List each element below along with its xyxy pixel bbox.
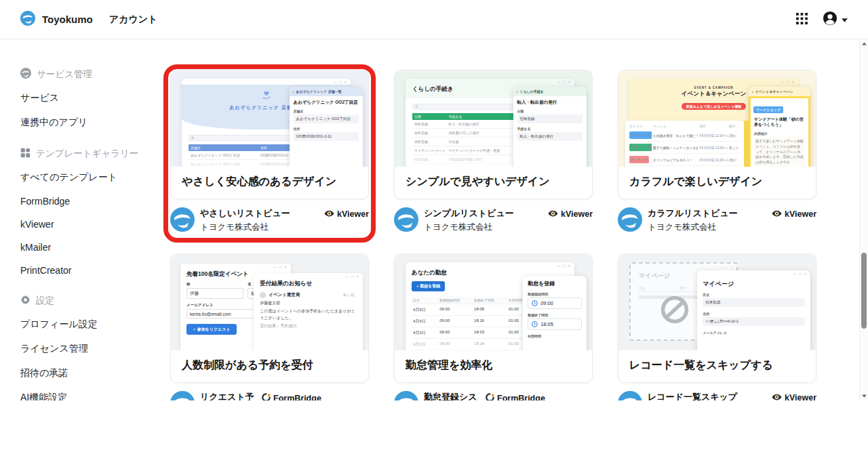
brand-name: Toyokumo [42, 14, 93, 25]
toyokumo-cloud-icon [20, 68, 31, 81]
template-card[interactable]: ─ □ × くらしの手続き 分類 手続き名 受付場所 [394, 70, 593, 199]
mock-detail-panel: 勤怠を登録 勤務開始時間 09:00 勤務終了時間 18:05 休憩時間 [523, 276, 587, 350]
table-header-row: カテゴリ タイトル 日時 場所 [628, 123, 741, 129]
toyokumo-logo-icon [394, 207, 418, 234]
template-unit-skip: ─ □ × マイページ 氏名 住所 ─ □ × [618, 253, 816, 400]
field-label: 住所 [703, 312, 805, 316]
field-label: 姓 [186, 282, 243, 287]
vertical-scrollbar[interactable] [859, 39, 868, 400]
template-thumbnail: ─ □ × あおぞらクリニック 店舗一覧 店舗名 [171, 70, 368, 167]
detail-header: ‹ あおぞらクリニック 店舗一覧 [290, 87, 363, 96]
sidebar-group-label: 設定 [36, 295, 54, 307]
window-controls-icon: ─ □ × [274, 265, 288, 269]
product-badge-kviewer: kViewer [548, 209, 593, 219]
template-card[interactable]: ─ □ × あなたの勤怠 + 勤怠を登録 日付 勤務開始時間 勤務終了時間 休憩… [394, 253, 593, 383]
product-badge-formbridge: FormBridge [262, 393, 321, 400]
field-value: あおぞらクリニック OO2丁目店 [294, 115, 359, 123]
template-thumbnail: ─ □ × 先着100名限定イベント 姓 伊藤 名 健太 [171, 254, 368, 350]
gear-icon [20, 295, 31, 307]
scrollbar-thumb[interactable] [861, 253, 867, 329]
product-badges: kViewer [772, 391, 816, 400]
reply-icon [343, 293, 349, 297]
field-label: 店舗名 [294, 109, 359, 113]
apps-grid-icon [796, 13, 808, 26]
template-unit-colorful: ─ □ × EVENT & CAMPAIGN イベント＆キャンペーン 家族みんな… [618, 70, 816, 234]
account-menu-button[interactable] [823, 11, 848, 28]
table-row: ワークショップ お絵描き教室「みんなで描こう！」 XX月XX日 11:00〜12… [628, 129, 741, 142]
kviewer-eye-icon [772, 209, 782, 219]
sidebar-item-license-management[interactable]: ライセンス管理 [20, 343, 163, 355]
sidebar-item-ai-settings[interactable]: AI機能設定 [20, 392, 163, 400]
clock-icon [532, 321, 538, 327]
field-label: メールアドレス [703, 331, 805, 335]
apps-grid-button[interactable] [796, 13, 808, 26]
back-icon: ‹ [293, 89, 294, 94]
template-gallery-icon [20, 148, 31, 160]
mock-table: カテゴリ タイトル 日時 場所 ワークショップ お絵描き教室「みんなで描こう！」… [625, 121, 744, 167]
template-card[interactable]: ─ □ × あおぞらクリニック 店舗一覧 店舗名 [170, 70, 369, 199]
field-label: 分類 [517, 109, 583, 113]
product-badges: FormBridge kViewer [486, 391, 593, 400]
template-name: カラフルリストビュー [648, 208, 766, 220]
field-label: 勤務開始時間 [528, 292, 582, 296]
time-field: 18:05 [528, 318, 582, 330]
template-title: レコード一覧をスキップする [618, 350, 816, 382]
category-tag: ワークショップ [753, 106, 783, 113]
kviewer-eye-icon [548, 209, 558, 219]
field-label: 手続き名 [517, 127, 583, 131]
template-unit-simple: ─ □ × くらしの手続き 分類 手続き名 受付場所 [394, 70, 593, 234]
sidebar-item-printcreator[interactable]: PrintCreator [20, 265, 163, 276]
detail-header: ‹ くらしの手続き [513, 87, 587, 96]
product-badges: kViewer [548, 207, 593, 219]
section-label: 内容紹介 [754, 131, 805, 136]
sidebar-item-all-templates[interactable]: すべてのテンプレート [20, 171, 163, 184]
sidebar-item-services[interactable]: サービス [20, 92, 163, 104]
sidebar-group-header: 設定 [20, 295, 163, 307]
template-thumbnail: ─ □ × あなたの勤怠 + 勤怠を登録 日付 勤務開始時間 勤務終了時間 休憩… [395, 254, 592, 350]
sidebar-item-kmailer[interactable]: kMailer [20, 242, 163, 253]
sidebar-item-kviewer[interactable]: kViewer [20, 219, 163, 230]
window-controls-icon: ─ □ × [346, 274, 359, 278]
template-card[interactable]: ─ □ × EVENT & CAMPAIGN イベント＆キャンペーン 家族みんな… [618, 70, 816, 199]
template-card[interactable]: ─ □ × マイページ 氏名 住所 ─ □ × [618, 253, 816, 383]
mock-detail-panel: ‹ くらしの手続き 転入・転出届の発行 分類 住民登録 手続き名 転入・転出届の… [513, 87, 587, 167]
detail-title: 転入・転出届の発行 [517, 100, 583, 106]
topbar: Toyokumo アカウント [0, 0, 868, 39]
product-badge-kviewer: kViewer [324, 209, 369, 219]
prohibition-icon [660, 295, 690, 327]
scroll-up-arrow[interactable] [860, 39, 868, 48]
template-card[interactable]: ─ □ × 先着100名限定イベント 姓 伊藤 名 健太 [170, 253, 369, 383]
sidebar-item-profile-settings[interactable]: プロフィール設定 [20, 318, 163, 331]
sender-avatar [260, 292, 266, 298]
product-badges: kViewer [772, 207, 816, 219]
template-unit-reservation: ─ □ × 先着100名限定イベント 姓 伊藤 名 健太 [170, 253, 369, 400]
product-badges: kViewer [324, 207, 369, 219]
toyokumo-logo-icon [618, 207, 642, 234]
sidebar-item-formbridge[interactable]: FormBridge [20, 196, 163, 207]
toyokumo-logo-icon [170, 391, 195, 400]
mock-detail-panel: ‹ イベント＆キャンペーン ワークショップ サンドアート体験「砂の世界をつくろう… [749, 87, 810, 167]
field-value: 転入・転出届の発行 [517, 132, 583, 141]
template-grid: ─ □ × あおぞらクリニック 店舗一覧 店舗名 [170, 39, 816, 400]
toyokumo-logo-icon [170, 207, 195, 234]
template-name: やさしいリストビュー [200, 208, 319, 220]
template-name: レコード一覧スキップ CSS/JS [648, 392, 766, 400]
template-unit-attendance: ─ □ × あなたの勤怠 + 勤怠を登録 日付 勤務開始時間 勤務終了時間 休憩… [394, 253, 593, 400]
product-badge-formbridge: FormBridge [486, 393, 545, 400]
template-title: カラフルで楽しいデザイン [618, 167, 816, 199]
sidebar-item-connected-apps[interactable]: 連携中のアプリ [20, 117, 163, 129]
search-icon [415, 105, 418, 108]
scroll-down-arrow[interactable] [860, 392, 868, 400]
sidebar-group-template-gallery: テンプレートギャラリー すべてのテンプレート FormBridge kViewe… [20, 148, 163, 276]
brand[interactable]: Toyokumo アカウント [20, 11, 157, 28]
template-title: 勤怠管理を効率化 [395, 350, 592, 382]
product-badge-kviewer: kViewer [772, 393, 816, 400]
sidebar-item-invitation-approval[interactable]: 招待の承諾 [20, 367, 163, 379]
field-value: 伊藤 [186, 288, 243, 299]
page-body: サービス管理 サービス 連携中のアプリ テンプレートギャラリー すべてのテンプレ… [0, 39, 868, 400]
sidebar-group-header: サービス管理 [20, 68, 163, 81]
product-badge-kviewer: kViewer [772, 209, 816, 219]
sidebar-group-services: サービス管理 サービス 連携中のアプリ [20, 68, 163, 129]
field-label: 勤務終了時間 [528, 313, 582, 317]
window-controls-icon: ─ □ × [334, 80, 347, 84]
